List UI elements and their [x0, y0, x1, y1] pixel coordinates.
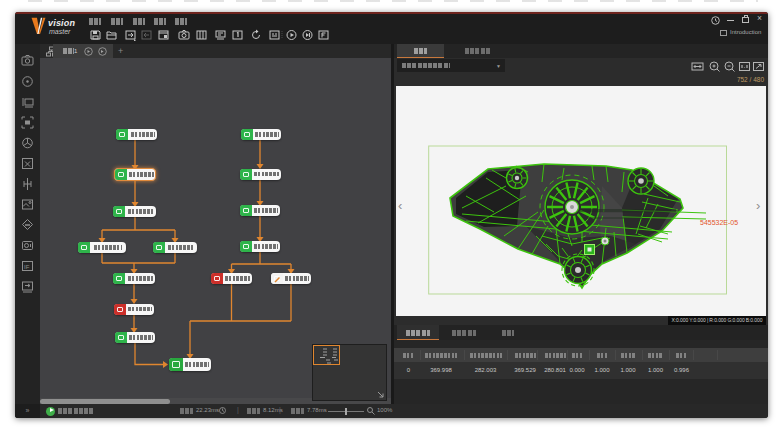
- svg-text:IF: IF: [24, 264, 30, 270]
- svg-text:545532E-05: 545532E-05: [700, 219, 738, 226]
